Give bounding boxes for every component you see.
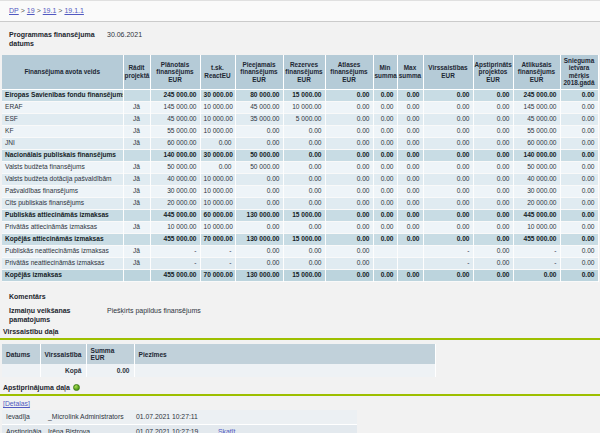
breadcrumb-separator: > bbox=[37, 7, 41, 14]
row-label: Privātās attiecināmās izmaksas bbox=[2, 221, 123, 233]
value-cell: 0.00 bbox=[283, 137, 325, 149]
value-cell: 60 000.00 bbox=[200, 209, 235, 221]
value-cell: 0.00 bbox=[397, 89, 423, 101]
comment-row: Komentārs bbox=[0, 293, 600, 302]
table-row: Kopējās izmaksas455 000.0070 000.00130 0… bbox=[2, 269, 598, 281]
breadcrumb-link-19-1-1[interactable]: 19.1.1 bbox=[64, 7, 83, 14]
value-cell: 0.00 bbox=[473, 185, 513, 197]
value-cell: 0.00 bbox=[423, 233, 473, 245]
value-cell: 0.00 bbox=[373, 209, 397, 221]
value-cell: 0.00 bbox=[373, 221, 397, 233]
show-in-project-cell: Jā bbox=[123, 185, 150, 197]
comment-value bbox=[105, 293, 107, 302]
value-cell: 0.00 bbox=[373, 197, 397, 209]
details-link[interactable]: [Detaļas] bbox=[3, 400, 30, 407]
value-cell: 0.00 bbox=[423, 221, 473, 233]
value-cell: 0.00 bbox=[397, 233, 423, 245]
program-funding-date-value: 30.06.2021 bbox=[105, 31, 142, 48]
value-cell: - bbox=[200, 257, 235, 269]
show-in-project-cell bbox=[123, 209, 150, 221]
value-cell: 0.00 bbox=[325, 137, 373, 149]
value-cell: 40 000.00 bbox=[513, 173, 560, 185]
table-row: Publiskās attiecināmās izmaksas445 000.0… bbox=[2, 209, 598, 221]
value-cell: 0.00 bbox=[560, 89, 598, 101]
value-cell: 15 000.00 bbox=[283, 233, 325, 245]
show-in-project-cell bbox=[123, 149, 150, 161]
breadcrumb-link-19[interactable]: 19 bbox=[27, 7, 35, 14]
value-cell: 50 000.00 bbox=[513, 161, 560, 173]
program-funding-date-label: Programmas finansējuma datums bbox=[9, 31, 105, 48]
breadcrumb-separator: > bbox=[58, 7, 62, 14]
value-cell: 0.00 bbox=[325, 161, 373, 173]
value-cell: 0.00 bbox=[235, 197, 283, 209]
value-cell: 0.00 bbox=[235, 221, 283, 233]
table-row: Privātās neattiecināmās izmaksasJā--0.00… bbox=[2, 257, 598, 269]
value-cell: 10 000.00 bbox=[200, 101, 235, 113]
value-cell: 0.00 bbox=[325, 125, 373, 137]
row-label: ESF bbox=[2, 113, 123, 125]
table-row: Kopējās attiecināmās izmaksas455 000.007… bbox=[2, 233, 598, 245]
show-in-project-cell: Jā bbox=[123, 197, 150, 209]
value-cell: 0.00 bbox=[423, 185, 473, 197]
value-cell: 30 000.00 bbox=[200, 149, 235, 161]
show-in-project-cell: Jā bbox=[123, 161, 150, 173]
view-link[interactable]: Skatīt bbox=[218, 428, 235, 433]
column-header: Min summa bbox=[373, 55, 397, 89]
table-row: Valsts budžeta finansējumsJā50 000.000.0… bbox=[2, 161, 598, 173]
value-cell: 0.00 bbox=[373, 173, 397, 185]
total-value: 0.00 bbox=[86, 364, 134, 377]
value-cell bbox=[397, 245, 423, 257]
value-cell: 0.00 bbox=[373, 89, 397, 101]
value-cell: 60 000.00 bbox=[513, 137, 560, 149]
value-cell: 0.00 bbox=[283, 245, 325, 257]
value-cell: 0.00 bbox=[560, 233, 598, 245]
value-cell: 15 000.00 bbox=[283, 209, 325, 221]
value-cell: 140 000.00 bbox=[150, 149, 200, 161]
value-cell: 15 000.00 bbox=[283, 89, 325, 101]
value-cell: 10 000.00 bbox=[200, 113, 235, 125]
change-reason-row: Izmaiņu veikšanas pamatojums Piešķirts p… bbox=[0, 307, 600, 324]
value-cell: 10 000.00 bbox=[513, 221, 560, 233]
value-cell: 60 000.00 bbox=[150, 137, 200, 149]
value-cell: 10 000.00 bbox=[200, 221, 235, 233]
breadcrumb-link-19-1[interactable]: 19.1 bbox=[43, 7, 57, 14]
approved-by-label: Apstiprināja bbox=[2, 424, 44, 433]
section-divider bbox=[0, 394, 600, 396]
show-in-project-cell: Jā bbox=[123, 221, 150, 233]
approved-by-datetime: 01.07.2021 10:27:19 bbox=[132, 424, 214, 433]
value-cell: 0.00 bbox=[283, 257, 325, 269]
approval-info-table: Ievadīja _Microlink Administrators 01.07… bbox=[2, 410, 357, 433]
value-cell: 0.00 bbox=[473, 149, 513, 161]
show-in-project-cell bbox=[123, 233, 150, 245]
value-cell: 130 000.00 bbox=[235, 269, 283, 281]
column-header: Rezerves finansējums EUR bbox=[283, 55, 325, 89]
row-label: Cits publiskais finansējums bbox=[2, 197, 123, 209]
value-cell: 0.00 bbox=[473, 197, 513, 209]
value-cell: 0.00 bbox=[473, 89, 513, 101]
value-cell: 0.00 bbox=[325, 89, 373, 101]
entered-by-datetime: 01.07.2021 10:27:11 bbox=[132, 410, 214, 424]
value-cell: 0.00 bbox=[423, 173, 473, 185]
value-cell: 0.00 bbox=[473, 125, 513, 137]
value-cell: 0.00 bbox=[325, 149, 373, 161]
value-cell: 0.00 bbox=[560, 245, 598, 257]
value-cell: 455 000.00 bbox=[150, 233, 200, 245]
value-cell: 0.00 bbox=[397, 161, 423, 173]
value-cell: 445 000.00 bbox=[150, 209, 200, 221]
column-header: Rādīt projektā bbox=[123, 55, 150, 89]
value-cell: 0.00 bbox=[200, 137, 235, 149]
breadcrumb-link-dp[interactable]: DP bbox=[9, 7, 19, 14]
empty-cell bbox=[2, 364, 40, 377]
column-header: Virssaistība bbox=[40, 344, 86, 364]
overcommitment-header-row: Datums Virssaistība Summa EUR Piezīmes bbox=[2, 344, 435, 364]
value-cell: 0.00 bbox=[560, 113, 598, 125]
total-label: Kopā bbox=[40, 364, 86, 377]
value-cell: 0.00 bbox=[560, 137, 598, 149]
value-cell: 0.00 bbox=[473, 137, 513, 149]
value-cell: 0.00 bbox=[235, 125, 283, 137]
value-cell: 0.00 bbox=[560, 173, 598, 185]
value-cell: 0.00 bbox=[473, 221, 513, 233]
value-cell: 0.00 bbox=[373, 137, 397, 149]
value-cell: 0.00 bbox=[373, 233, 397, 245]
value-cell: 0.00 bbox=[423, 197, 473, 209]
